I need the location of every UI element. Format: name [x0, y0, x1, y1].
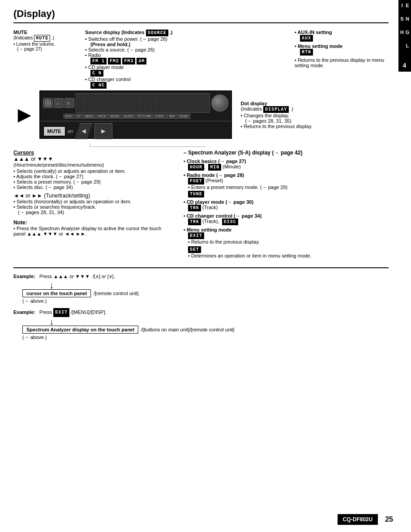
mode-label: MODE	[108, 114, 121, 119]
aux-display: AUX	[295, 35, 389, 42]
source-cd-changer: • CD changer control	[85, 77, 290, 82]
example1: Example: Press ▲▲▲ or ▼▼▼ /[∧] or [∨]. ↓…	[13, 273, 389, 305]
rand-label: RAND	[178, 114, 190, 119]
dot-display-callout: Dot display (Indicates DISPLAY .) • Chan…	[232, 101, 389, 129]
svg-text:≡: ≡	[67, 101, 70, 106]
exit-display-container: EXIT	[184, 232, 389, 239]
hour-display: HOUR	[188, 164, 204, 171]
trk-display: TRK	[188, 205, 201, 211]
menu-setting-section: • Menu setting mode EXIT • Returns to th…	[184, 227, 389, 258]
nav-left-button[interactable]: ◄	[75, 123, 93, 139]
mute-ref: (→ page 27)	[13, 47, 81, 51]
nav-right-group: ►	[94, 123, 112, 139]
mute-button[interactable]: MUTE	[43, 126, 66, 137]
tune-bullet2: • Selects or searches frequency/track.	[13, 204, 175, 210]
example1-arrow: ↓	[13, 281, 389, 290]
music-icon[interactable]: ♪	[54, 98, 64, 108]
cd-player-title: • CD player mode (→ page 30)	[184, 199, 389, 205]
rep-label: REP	[167, 114, 177, 119]
note-down-symbol: ▼▼▼	[43, 231, 58, 236]
device-top-row: ♪ ≡	[40, 91, 231, 115]
cd-changer-title: • CD changer control (→ page 34)	[184, 213, 389, 219]
example1-label: Example:	[13, 274, 35, 279]
cursors-symbols: ▲▲▲ or ▼▼▼	[13, 156, 175, 162]
device-row: ► ♪ ≡	[13, 90, 389, 139]
mute-indicator: MUTE	[34, 35, 50, 42]
note-up-symbol: ▲▲▲	[27, 231, 42, 236]
cursors-bullet2: • Adjusts the clock. (→ page 27)	[13, 174, 175, 179]
example2: Example: Press EXIT /[MENU]/[DISP]. ↓ Sp…	[13, 308, 389, 342]
cd-player-section: • CD player mode (→ page 30) TRK (Track)	[184, 199, 389, 211]
source-cd-mode: C N	[85, 70, 290, 77]
body-columns: Cursors ▲▲▲ or ▼▼▼ (Hour/minute/preset/d…	[13, 150, 389, 260]
disc-icon[interactable]	[43, 98, 53, 108]
exit-btn-display: EXIT	[53, 308, 69, 317]
example2-box-extra: /[buttons on main unit]/[remote control …	[140, 327, 235, 332]
example1-box-row: cursor on the touch panel /[remote contr…	[13, 290, 389, 298]
page-content: E N G L I S H 4 (Display) MUTE (Indicate…	[0, 0, 411, 357]
tune-symbols: ◄◄ or ►► (Tune/track/setting)	[13, 193, 175, 199]
nav-right-button[interactable]: ►	[94, 123, 112, 139]
mute-subtitle: (Indicates MUTE .)	[13, 35, 81, 42]
menu-setting-title: • Menu setting mode	[184, 227, 389, 232]
cursors-title: Cursors	[13, 150, 175, 156]
audio-label: AUDIO	[122, 114, 135, 119]
set-display-container: SET	[184, 246, 389, 253]
fm1-display: FM 1	[90, 58, 107, 64]
source-cd-player: • CD player mode	[85, 64, 290, 70]
device-unit: ♪ ≡ DISC	[39, 90, 232, 139]
tune-display-container: TUNE	[184, 191, 389, 197]
left-column: Cursors ▲▲▲ or ▼▼▼ (Hour/minute/preset/d…	[13, 150, 175, 260]
menu-mode-display: RTN	[295, 49, 389, 56]
dot-display-b2: • Returns to the previous display.	[241, 124, 389, 129]
menu-mode-desc: • Returns to the previous display in men…	[295, 57, 389, 68]
clock-section: • Clock basics (→ page 27) HOUR, MIN (Mi…	[184, 159, 389, 171]
nav-left-group: ◄	[75, 123, 93, 139]
set-display: SET	[188, 246, 201, 253]
note-section: Note: • Press the Spectrum Analyzer disp…	[13, 219, 175, 236]
right-tune-symbol: ►►	[32, 193, 43, 199]
up-cursor-symbol: ▲▲▲	[13, 156, 30, 162]
svg-text:♪: ♪	[56, 101, 59, 106]
set-desc: • Determines an operation or item in men…	[184, 253, 389, 258]
on-label: on	[68, 129, 73, 134]
aux-indicator: AUX	[300, 35, 313, 42]
bracket-indicator	[90, 143, 206, 147]
pset-display: PSET	[188, 178, 204, 184]
page-number: 25	[385, 515, 393, 523]
cd-player-display: TRK (Track)	[184, 205, 389, 211]
clock-title: • Clock basics (→ page 27)	[184, 159, 389, 164]
display-grid	[76, 94, 210, 112]
note-right-symbol: ►►	[76, 231, 86, 236]
dot-display-b1-ref: (→ pages 28, 31, 35)	[241, 118, 389, 124]
dot-display-subtitle: (Indicates DISPLAY .)	[241, 106, 389, 113]
fm3-display: FM3	[122, 58, 135, 64]
cursors-bullet4: • Selects disc. (→ page 34)	[13, 184, 175, 190]
bottom-divider	[13, 267, 389, 268]
volume-knob[interactable]	[211, 94, 228, 112]
cursors-bullet1: • Selects (vertically) or adjusts an ope…	[13, 168, 175, 174]
example2-box-row: Spectrum Analyzer display on the touch p…	[13, 326, 389, 334]
mute-bullet1: • Lowers the volume.	[13, 42, 81, 47]
source-hold: (Press and hold.)	[85, 42, 290, 47]
picture-label: PICTURE	[136, 114, 153, 119]
rtn-display: RTN	[300, 49, 313, 56]
example1-box-extra: /[remote control unit]	[92, 291, 138, 296]
fm2-display: FM2	[108, 58, 121, 64]
menu-mode-title: • Menu setting mode	[295, 43, 389, 49]
device-icon-buttons: ♪ ≡	[43, 98, 74, 108]
source-bullet2: • Selects a source. (→ page 26)	[85, 47, 290, 52]
example1-box: cursor on the touch panel	[22, 289, 91, 297]
up-sym: ▲▲▲	[53, 274, 68, 279]
settings-icon[interactable]: ≡	[64, 98, 74, 108]
source-cd-changer-display: C HC	[85, 82, 290, 89]
section-number: 4	[403, 62, 407, 69]
down-cursor-symbol: ▼▼▼	[37, 156, 53, 162]
title-divider	[13, 22, 389, 23]
display-indicator: DISPLAY	[263, 106, 289, 113]
tune-bullet1: • Selects (horizontally) or adjusts an o…	[13, 199, 175, 204]
mute-callout: MUTE (Indicates MUTE .) • Lowers the vol…	[13, 30, 81, 89]
device-labels-bar: DISC ST MENU FACE MODE AUDIO PICTURE FUN…	[64, 114, 190, 119]
disc-display: DISC	[222, 219, 238, 225]
menu-setting-sub: • Returns to the previous display.	[184, 239, 389, 245]
